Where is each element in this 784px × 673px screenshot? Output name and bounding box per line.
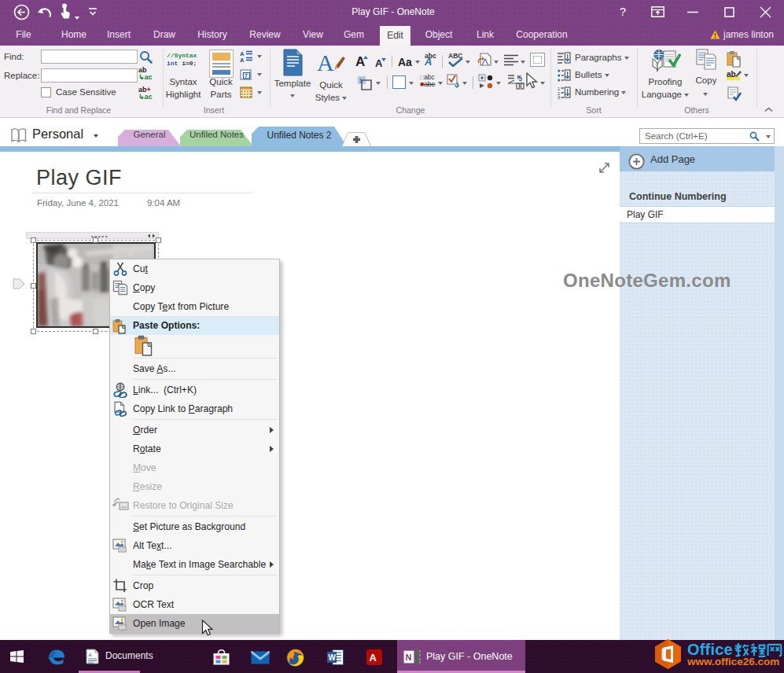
svg-text:3: 3 — [558, 95, 560, 99]
svg-text:7: 7 — [245, 73, 248, 79]
svg-text:W: W — [329, 653, 337, 662]
svg-text:A: A — [87, 652, 92, 658]
svg-text:A: A — [370, 652, 377, 664]
svg-text:A: A — [240, 57, 245, 63]
svg-text:A: A — [317, 50, 334, 75]
svg-text:N: N — [406, 653, 412, 662]
